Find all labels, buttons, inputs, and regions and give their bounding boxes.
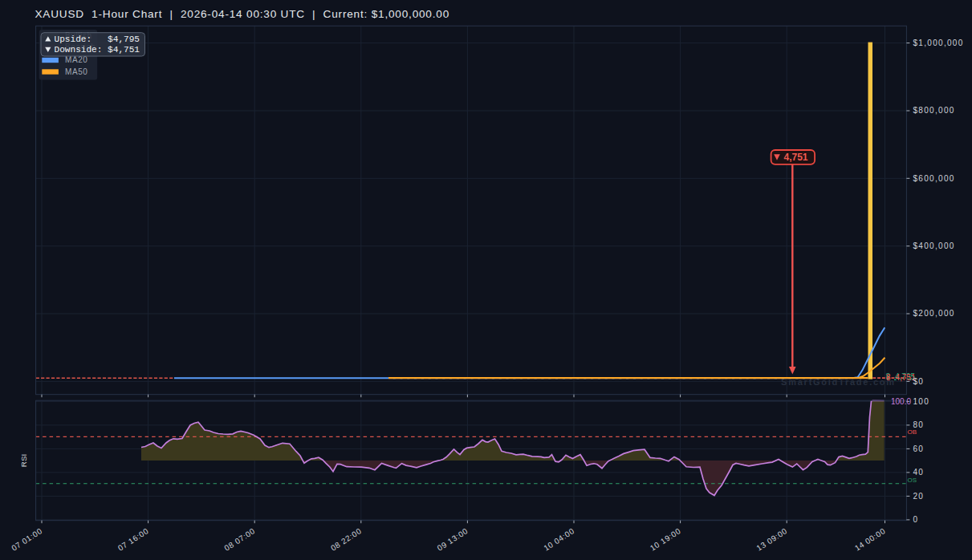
svg-text:OB: OB xyxy=(908,428,917,436)
svg-text:MA50: MA50 xyxy=(65,67,88,76)
svg-text:Upside: $4,795: Upside: $4,795 xyxy=(55,34,140,44)
svg-text:0: 0 xyxy=(913,515,919,524)
svg-text:$400,000: $400,000 xyxy=(913,241,955,250)
svg-text:40: 40 xyxy=(913,468,925,477)
svg-text:4,751: 4,751 xyxy=(784,152,808,163)
svg-text:$1,000,000: $1,000,000 xyxy=(913,39,964,47)
svg-text:$600,000: $600,000 xyxy=(913,174,955,183)
svg-text:60: 60 xyxy=(913,444,925,453)
svg-text:$0: $0 xyxy=(913,377,925,386)
svg-text:20: 20 xyxy=(913,492,925,501)
svg-text:MA20: MA20 xyxy=(65,55,88,64)
svg-text:RSI: RSI xyxy=(19,454,28,467)
svg-text:8: 8 xyxy=(886,373,891,382)
svg-text:$200,000: $200,000 xyxy=(913,309,955,318)
svg-text:XAUUSD 1-Hour Chart | 2026-: XAUUSD 1-Hour Chart | 2026-04-14 00:30 U… xyxy=(35,8,450,20)
svg-text:100: 100 xyxy=(913,397,930,406)
svg-text:Downside: $4,751: Downside: $4,751 xyxy=(55,45,140,55)
svg-text:100.0: 100.0 xyxy=(891,397,911,406)
svg-text:$800,000: $800,000 xyxy=(913,106,955,115)
svg-text:OS: OS xyxy=(908,477,917,484)
